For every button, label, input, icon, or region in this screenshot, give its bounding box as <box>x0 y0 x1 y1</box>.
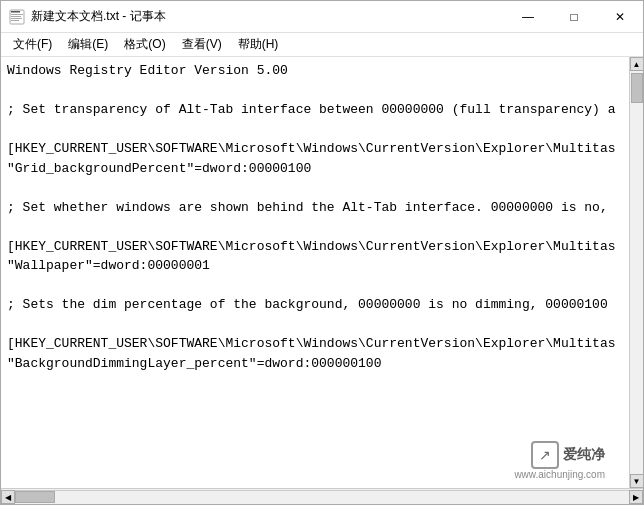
menu-view[interactable]: 查看(V) <box>174 34 230 55</box>
scroll-track-vertical[interactable] <box>630 103 644 474</box>
text-editor[interactable]: Windows Registry Editor Version 5.00 ; S… <box>1 57 629 488</box>
scroll-left-button[interactable]: ◀ <box>1 490 15 504</box>
menu-file[interactable]: 文件(F) <box>5 34 60 55</box>
scroll-track-horizontal[interactable] <box>55 490 629 504</box>
svg-rect-4 <box>11 18 22 19</box>
window-title: 新建文本文档.txt - 记事本 <box>31 8 166 25</box>
menu-bar: 文件(F) 编辑(E) 格式(O) 查看(V) 帮助(H) <box>1 33 643 57</box>
horizontal-scrollbar[interactable]: ◀ ▶ <box>1 490 643 504</box>
app-icon <box>9 9 25 25</box>
main-window: 新建文本文档.txt - 记事本 — □ ✕ 文件(F) 编辑(E) 格式(O)… <box>0 0 644 505</box>
title-controls: — □ ✕ <box>505 1 643 33</box>
svg-rect-5 <box>11 20 19 21</box>
scroll-up-button[interactable]: ▲ <box>630 57 644 71</box>
scroll-right-button[interactable]: ▶ <box>629 490 643 504</box>
svg-rect-2 <box>11 14 23 15</box>
scroll-thumb-horizontal[interactable] <box>15 491 55 503</box>
title-bar: 新建文本文档.txt - 记事本 — □ ✕ <box>1 1 643 33</box>
svg-rect-3 <box>11 16 21 17</box>
editor-content[interactable]: Windows Registry Editor Version 5.00 ; S… <box>1 57 629 488</box>
svg-rect-1 <box>11 11 20 13</box>
minimize-button[interactable]: — <box>505 1 551 33</box>
maximize-button[interactable]: □ <box>551 1 597 33</box>
scroll-down-button[interactable]: ▼ <box>630 474 644 488</box>
close-button[interactable]: ✕ <box>597 1 643 33</box>
bottom-bar: ◀ ▶ <box>1 488 643 504</box>
vertical-scrollbar[interactable]: ▲ ▼ <box>629 57 643 488</box>
editor-container: Windows Registry Editor Version 5.00 ; S… <box>1 57 643 488</box>
menu-format[interactable]: 格式(O) <box>116 34 173 55</box>
menu-help[interactable]: 帮助(H) <box>230 34 287 55</box>
menu-edit[interactable]: 编辑(E) <box>60 34 116 55</box>
title-bar-left: 新建文本文档.txt - 记事本 <box>9 8 166 25</box>
scroll-thumb-vertical[interactable] <box>631 73 643 103</box>
